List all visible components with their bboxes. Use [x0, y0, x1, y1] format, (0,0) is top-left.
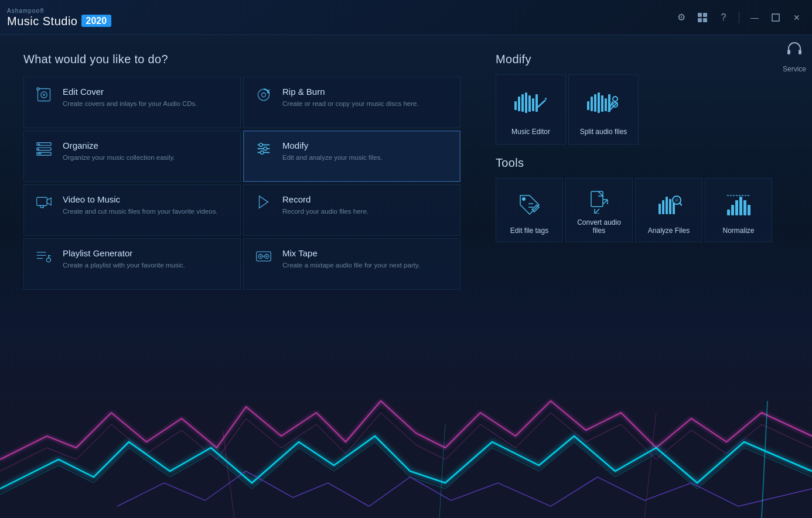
svg-rect-69 [727, 210, 730, 215]
card-video-to-music-title: Video to Music [63, 194, 218, 204]
svg-rect-61 [659, 204, 661, 214]
help-button[interactable]: ? [715, 9, 732, 26]
card-normalize[interactable]: Normalize [705, 178, 772, 242]
theme-button[interactable] [694, 9, 711, 26]
card-analyze-files[interactable]: Analyze Files [635, 178, 702, 242]
convert-audio-label: Convert audio files [572, 218, 626, 235]
svg-rect-42 [525, 92, 527, 113]
mix-tape-icon [253, 248, 274, 265]
maximize-button[interactable] [767, 9, 784, 26]
card-rip-burn[interactable]: Rip & Burn Create or read or copy your m… [243, 77, 460, 128]
card-video-to-music[interactable]: Video to Music Create and cut music file… [23, 184, 241, 236]
svg-point-37 [260, 256, 261, 258]
svg-rect-53 [605, 98, 607, 111]
svg-rect-10 [799, 50, 801, 54]
card-organize[interactable]: Organize Organize your music collection … [23, 131, 241, 182]
neon-background [0, 342, 812, 518]
card-playlist-generator[interactable]: Playlist Generator Create a playlist wit… [23, 238, 241, 290]
svg-rect-39 [514, 101, 517, 110]
normalize-icon [726, 188, 752, 222]
svg-point-38 [266, 256, 268, 258]
svg-point-68 [675, 198, 678, 202]
svg-line-46 [538, 100, 545, 107]
svg-point-55 [613, 97, 617, 101]
settings-button[interactable]: ⚙ [673, 9, 690, 26]
card-edit-cover-text: Edit Cover Create covers and inlays for … [63, 87, 197, 108]
card-edit-file-tags[interactable]: Edit file tags [496, 178, 563, 242]
card-modify[interactable]: Modify Edit and analyze your music files… [243, 131, 460, 182]
card-organize-desc: Organize your music collection easily. [63, 153, 175, 162]
content-wrapper: What would you like to do? Edit Cover [0, 35, 812, 307]
card-rip-burn-text: Rip & Burn Create or read or copy your m… [282, 87, 419, 108]
svg-point-26 [264, 147, 267, 150]
analyze-files-label: Analyze Files [648, 227, 690, 235]
svg-point-33 [46, 258, 50, 262]
card-organize-title: Organize [63, 140, 175, 150]
video-to-music-icon [33, 194, 54, 211]
card-music-editor[interactable]: Music Editor [496, 74, 566, 145]
svg-line-67 [680, 203, 682, 205]
card-modify-desc: Edit and analyze your music files. [282, 153, 383, 162]
svg-line-6 [439, 424, 445, 518]
service-button[interactable]: Service [783, 41, 806, 73]
card-convert-audio[interactable]: Convert audio files [565, 178, 633, 242]
headphone-icon [786, 41, 803, 63]
card-mix-tape-text: Mix Tape Create a mixtape audio file for… [282, 248, 420, 270]
svg-rect-49 [591, 97, 593, 111]
svg-rect-0 [698, 13, 702, 17]
modify-icon [253, 140, 274, 157]
service-label: Service [783, 65, 806, 73]
main-content: Service What would you like to do? [0, 35, 812, 518]
close-button[interactable]: ✕ [789, 9, 805, 26]
svg-point-27 [260, 151, 264, 155]
svg-line-7 [644, 413, 656, 518]
playlist-generator-icon [33, 248, 54, 265]
svg-rect-1 [703, 13, 707, 17]
left-heading: What would you like to do? [23, 53, 460, 66]
card-record[interactable]: Record Record your audio files here. [243, 184, 460, 236]
svg-rect-71 [735, 200, 738, 215]
svg-rect-43 [528, 95, 531, 112]
card-modify-title: Modify [282, 140, 383, 150]
left-section: What would you like to do? Edit Cover [23, 53, 460, 290]
minimize-button[interactable]: — [746, 9, 763, 26]
card-rip-burn-title: Rip & Burn [282, 87, 419, 97]
edit-cover-icon [33, 87, 54, 103]
svg-point-25 [260, 143, 263, 147]
card-split-audio[interactable]: Split audio files [568, 74, 639, 145]
svg-rect-51 [598, 92, 600, 113]
svg-rect-73 [743, 200, 746, 215]
card-mix-tape[interactable]: Mix Tape Create a mixtape audio file for… [243, 238, 460, 290]
divider [739, 12, 739, 23]
card-playlist-generator-desc: Create a playlist with your favorite mus… [63, 260, 185, 270]
card-record-desc: Record your audio files here. [282, 207, 369, 216]
card-edit-cover-title: Edit Cover [63, 87, 197, 97]
card-video-to-music-desc: Create and cut music files from your fav… [63, 207, 218, 216]
split-audio-label: Split audio files [580, 128, 627, 136]
svg-rect-64 [669, 199, 671, 214]
svg-rect-3 [703, 18, 707, 22]
split-audio-icon [586, 87, 621, 122]
svg-rect-63 [666, 197, 668, 214]
svg-rect-9 [787, 50, 790, 54]
svg-rect-50 [594, 94, 596, 112]
svg-rect-70 [731, 205, 734, 215]
card-organize-text: Organize Organize your music collection … [63, 140, 175, 162]
svg-rect-44 [532, 98, 534, 111]
svg-rect-62 [662, 200, 664, 214]
card-record-text: Record Record your audio files here. [282, 194, 369, 216]
brand-label: Ashampoo® [7, 8, 111, 14]
svg-rect-2 [698, 18, 702, 22]
card-mix-tape-title: Mix Tape [282, 248, 420, 258]
svg-rect-72 [739, 197, 742, 215]
svg-rect-41 [521, 94, 524, 112]
app-title: Music Studio [7, 15, 78, 28]
card-edit-cover[interactable]: Edit Cover Create covers and inlays for … [23, 77, 241, 128]
modify-cards-grid: Music Editor [496, 74, 789, 145]
svg-point-59 [522, 197, 526, 201]
svg-rect-28 [37, 197, 47, 205]
titlebar: Ashampoo® Music Studio 2020 ⚙ ? — ✕ [0, 0, 812, 35]
card-mix-tape-desc: Create a mixtape audio file for your nex… [282, 260, 420, 270]
left-cards-grid: Edit Cover Create covers and inlays for … [23, 77, 460, 290]
titlebar-brand: Ashampoo® Music Studio 2020 [7, 8, 111, 28]
